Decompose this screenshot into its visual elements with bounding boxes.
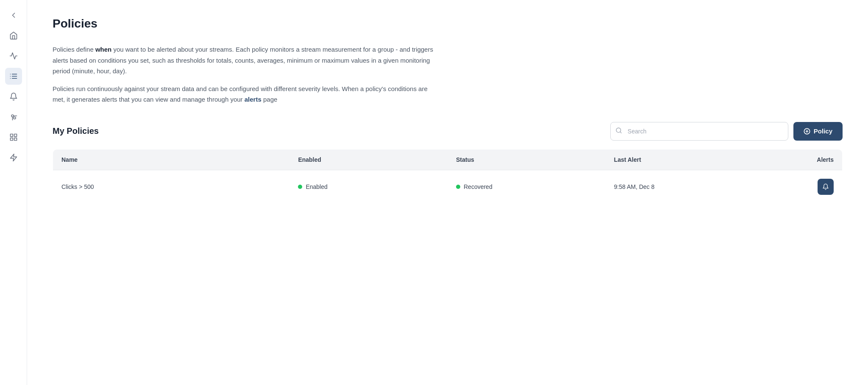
policy-name: Clicks > 500 [53, 170, 290, 203]
svg-rect-13 [14, 138, 17, 141]
sidebar-item-alerts[interactable] [5, 88, 22, 105]
col-header-status: Status [448, 149, 606, 170]
description-2-end: page [262, 96, 278, 103]
svg-rect-11 [14, 134, 17, 137]
col-header-name: Name [53, 149, 290, 170]
policy-last-alert: 9:58 AM, Dec 8 [606, 170, 764, 203]
main-content: Policies Policies define when you want t… [27, 0, 868, 385]
enabled-status: Enabled [298, 183, 439, 190]
enabled-label: Enabled [306, 183, 327, 190]
description-1-bold: when [95, 46, 111, 53]
sidebar-item-back[interactable] [5, 7, 22, 24]
add-policy-button[interactable]: Policy [793, 122, 843, 141]
sidebar-item-activity[interactable] [5, 47, 22, 64]
table-body: Clicks > 500 Enabled Recovered 9:58 AM, … [53, 170, 843, 203]
col-header-alerts: Alerts [763, 149, 842, 170]
svg-marker-14 [10, 154, 17, 161]
header-controls: Policy [610, 122, 843, 141]
policies-table: Name Enabled Status Last Alert Alerts Cl… [53, 149, 843, 204]
policy-enabled-cell: Enabled [289, 170, 448, 203]
sidebar-item-home[interactable] [5, 27, 22, 44]
status-dot [456, 185, 460, 189]
sidebar-item-modules[interactable] [5, 129, 22, 146]
policy-status-cell: Recovered [448, 170, 606, 203]
description-2: Policies run continuously against your s… [53, 83, 434, 105]
svg-rect-10 [10, 134, 13, 137]
svg-line-16 [620, 132, 621, 133]
search-container [610, 122, 788, 141]
sidebar-item-integrations[interactable] [5, 108, 22, 125]
svg-rect-12 [10, 138, 13, 141]
table-row: Clicks > 500 Enabled Recovered 9:58 AM, … [53, 170, 843, 203]
page-title: Policies [53, 17, 843, 30]
alert-bell-button[interactable] [818, 179, 834, 195]
enabled-dot [298, 185, 302, 189]
section-title: My Policies [53, 126, 99, 136]
sidebar-item-policies[interactable] [5, 68, 22, 85]
svg-point-7 [14, 117, 16, 119]
section-header: My Policies Policy [53, 122, 843, 141]
sidebar [0, 0, 27, 385]
alerts-link[interactable]: alerts [245, 96, 262, 103]
col-header-last-alert: Last Alert [606, 149, 764, 170]
description-2-start: Policies run continuously against your s… [53, 85, 428, 103]
col-header-enabled: Enabled [289, 149, 448, 170]
table-header: Name Enabled Status Last Alert Alerts [53, 149, 843, 170]
search-input[interactable] [610, 122, 788, 141]
sidebar-item-lightning[interactable] [5, 149, 22, 166]
description-1: Policies define when you want to be aler… [53, 44, 434, 77]
add-policy-label: Policy [814, 127, 832, 135]
status-status: Recovered [456, 183, 597, 190]
bell-icon [822, 183, 829, 190]
policy-alerts-cell [763, 170, 842, 203]
search-icon [615, 127, 622, 136]
plus-icon [804, 128, 810, 135]
description-1-start: Policies define [53, 46, 95, 53]
status-label: Recovered [464, 183, 492, 190]
